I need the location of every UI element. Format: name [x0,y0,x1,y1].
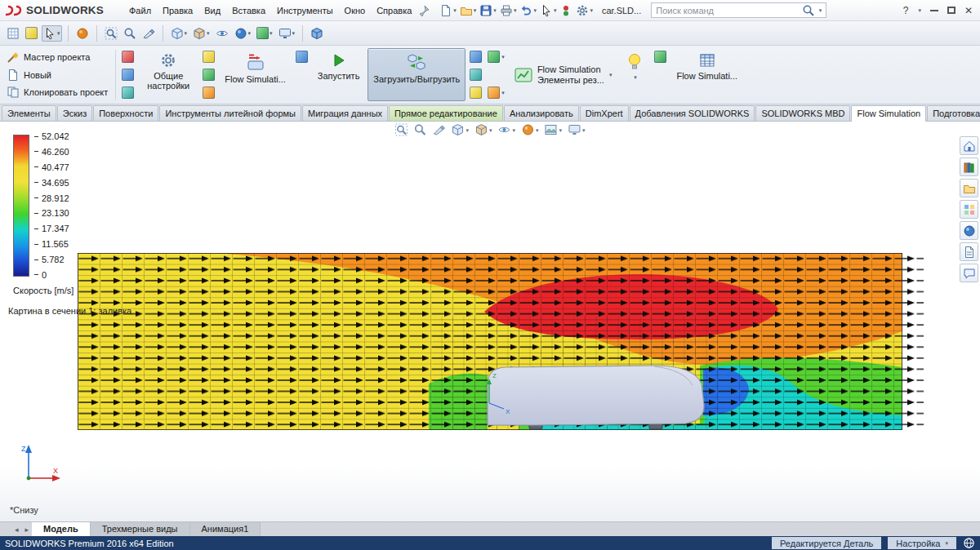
appearance-button[interactable]: ▾ [233,25,253,42]
custom-properties-tab[interactable] [960,242,978,261]
source-button[interactable] [202,86,216,100]
run-button[interactable]: Запустить [312,48,366,101]
plot-tool-button[interactable] [469,50,483,64]
zoom-area-button[interactable] [413,123,426,136]
scene-button[interactable]: ▾ [255,25,274,41]
chevron-down-icon[interactable]: ▾ [918,7,921,13]
command-search[interactable]: Поиск команд ▾ [651,2,826,18]
select-button[interactable]: ▾ [539,3,558,18]
restore-button[interactable] [947,7,956,14]
hide-show-button[interactable] [214,25,230,42]
menu-insert[interactable]: Вставка [226,2,271,19]
forum-tab[interactable] [960,264,978,282]
zoom-fit-button[interactable] [394,123,408,136]
resources-tab[interactable] [960,136,978,155]
parameter-button[interactable] [653,50,667,64]
hide-show-items-button[interactable]: ▾ [497,123,515,136]
help-button[interactable]: ? [903,6,909,16]
new-document-button[interactable]: ▾ [439,3,457,18]
configuration-selector[interactable]: Настройка▾ [888,537,956,549]
globe-icon[interactable] [963,537,975,549]
section-view-button[interactable] [432,123,445,136]
apply-scene-button[interactable]: ▾ [545,123,563,136]
flow-simulation-table-button[interactable]: Flow Simulati... [670,48,743,101]
overlay-button[interactable]: ▾ [487,50,506,64]
load-unload-button[interactable]: Загрузить/Выгрузить [368,48,466,101]
model-tab[interactable]: Модель [32,522,91,536]
lighting-button[interactable]: ▾ [619,48,650,101]
conditions-button[interactable] [121,86,135,100]
undo-button[interactable]: ▾ [519,3,537,18]
edit-appearance-button[interactable]: ▾ [521,123,539,136]
menu-tools[interactable]: Инструменты [271,2,339,19]
tab-data-migration[interactable]: Миграция данных [302,105,388,121]
view-palette-tab[interactable] [960,200,978,219]
file-explorer-tab[interactable] [960,179,978,197]
render-button[interactable] [74,25,91,42]
flow-cut-plot[interactable]: Z X [78,253,927,430]
tab-analysis-preparation[interactable]: Подготовка анализа [927,105,980,121]
menu-window[interactable]: Окно [339,2,372,19]
zoom-area-button[interactable] [122,25,138,42]
tab-mold-tools[interactable]: Инструменты литейной формы [159,105,301,121]
component-control-button[interactable] [295,50,309,64]
results-features-button[interactable]: Flow Simulation Элементы рез... ▾ [509,48,617,101]
tab-solidworks-addins[interactable]: Добавления SOLIDWORKS [630,105,755,121]
options-button[interactable]: ▾ [575,3,594,18]
doc-tab-scroll-right[interactable]: ▸ [22,522,33,536]
search-icon[interactable] [802,4,815,17]
fluid-button[interactable] [121,68,135,82]
rebuild-button[interactable] [559,3,573,18]
flow-simulation-button[interactable]: Flow Simulati... [219,48,292,101]
view-settings-button[interactable]: ▾ [568,123,586,136]
pin-icon[interactable] [417,4,430,17]
menu-file[interactable]: Файл [123,2,157,19]
report-button[interactable] [469,86,483,100]
design-library-tab[interactable] [960,157,978,176]
3d-views-tab[interactable]: Трехмерные виды [91,522,190,536]
tab-sketch[interactable]: Эскиз [57,105,92,121]
minimize-button[interactable] [930,10,938,11]
layers-button[interactable] [24,25,39,41]
open-button[interactable]: ▾ [459,3,478,18]
select-tool-button[interactable]: ▾ [42,25,62,42]
view-orientation-button[interactable]: ▾ [169,25,189,42]
doc-tab-scroll-left[interactable]: ◂ [11,522,22,536]
menu-help[interactable]: Справка [371,2,417,19]
probe-button[interactable] [469,68,483,82]
part-button[interactable] [309,25,325,42]
tab-evaluate[interactable]: Анализировать [504,105,579,121]
section-view-button[interactable] [140,25,157,42]
new-project-button[interactable]: Новый [3,68,111,82]
project-wizard-button[interactable]: Мастер проекта [3,50,111,64]
appearances-tab[interactable] [960,221,978,240]
display-style-button[interactable]: ▾ [191,25,212,42]
tab-flow-simulation[interactable]: Flow Simulation [851,105,926,122]
menu-edit[interactable]: Правка [157,2,198,19]
graphics-area[interactable]: ▾ ▾ ▾ ▾ ▾ ▾ [0,122,980,521]
view-settings-button[interactable]: ▾ [277,25,297,42]
chevron-down-icon[interactable]: ▾ [819,7,822,13]
tab-features[interactable]: Элементы [2,105,56,121]
tab-surfaces[interactable]: Поверхности [93,105,158,121]
menu-view[interactable]: Вид [198,2,226,19]
sheet-button[interactable] [5,25,21,42]
compare-button[interactable]: ▾ [487,86,506,100]
display-style-button[interactable]: ▾ [474,123,492,136]
goal-button[interactable] [202,68,216,82]
mesh-button[interactable] [202,50,216,64]
save-button[interactable]: ▾ [479,3,497,18]
zoom-fit-button[interactable] [103,25,119,42]
tab-dimxpert[interactable]: DimXpert [580,105,629,121]
car-body[interactable] [488,366,704,429]
clone-project-button[interactable]: Клонировать проект [3,85,111,100]
animation-tab[interactable]: Анимация1 [190,522,261,536]
view-orientation-button[interactable]: ▾ [451,123,469,136]
tab-solidworks-mbd[interactable]: SOLIDWORKS MBD [755,105,850,121]
tab-direct-editing[interactable]: Прямое редактирование [389,105,503,121]
print-button[interactable]: ▾ [499,3,518,18]
general-settings-button[interactable]: Общие настройки [138,48,198,101]
units-button[interactable] [121,50,135,64]
color-bar[interactable] [13,135,29,277]
close-button[interactable]: ✕ [964,6,973,16]
